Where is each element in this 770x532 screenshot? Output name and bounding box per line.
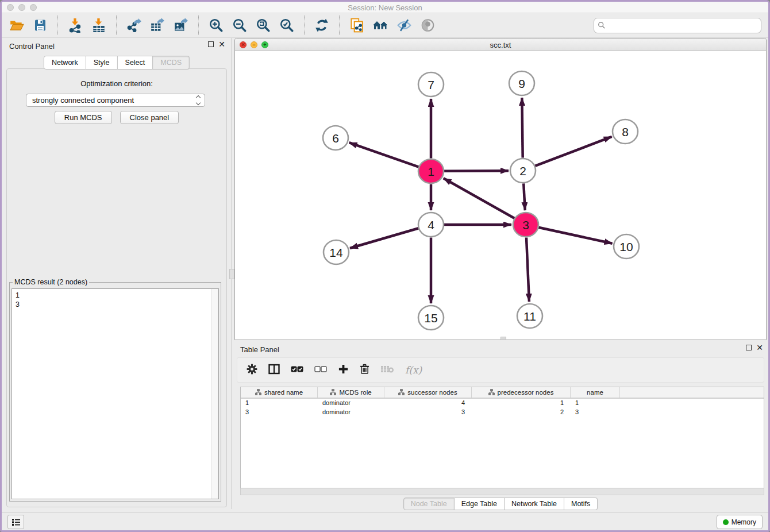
tab-style[interactable]: Style [86,56,118,70]
column-header-name[interactable]: name [571,387,620,398]
svg-text:9: 9 [518,77,525,90]
zoom-fit-icon[interactable] [255,17,271,33]
graph-edge-3-1[interactable] [444,178,515,218]
node-table: shared nameMCDS rolesuccessor nodesprede… [240,387,764,488]
table-cell[interactable]: 3 [384,408,472,417]
table-tabs: Node TableEdge TableNetwork TableMotifs [234,498,767,510]
tab-select[interactable]: Select [118,56,153,70]
svg-text:4: 4 [428,218,434,232]
panel-splitter[interactable] [231,38,233,509]
clone-network-icon[interactable] [349,17,365,33]
table-cell[interactable]: 3 [571,408,620,417]
table-cell[interactable]: 1 [472,399,571,408]
svg-text:1: 1 [428,165,434,178]
run-mcds-button[interactable]: Run MCDS [55,111,112,124]
delete-table-icon[interactable] [380,365,394,376]
column-header-shared-name[interactable]: shared name [241,387,318,398]
search-field[interactable] [594,18,761,33]
float-panel-icon[interactable] [208,41,214,47]
table-cell[interactable]: 4 [384,399,472,408]
export-table-icon[interactable] [149,17,165,33]
graph-edge-1-2[interactable] [444,171,509,171]
graph-node-2[interactable]: 2 [510,159,536,183]
graph-node-7[interactable]: 7 [418,72,444,97]
zoom-in-icon[interactable] [208,17,224,33]
svg-text:2: 2 [519,164,526,178]
select-all-columns-icon[interactable] [291,365,303,375]
close-panel-button[interactable]: Close panel [120,111,179,124]
graph-node-8[interactable]: 8 [613,119,638,144]
criterion-dropdown[interactable]: strongly connected component [26,94,205,107]
column-header-predecessor-nodes[interactable]: predecessor nodes [472,387,571,398]
table-cell[interactable]: 3 [241,408,318,417]
table-tab-node-table[interactable]: Node Table [403,498,455,510]
hide-selected-eye-icon[interactable] [396,17,412,33]
table-row[interactable]: 1dominator411 [241,399,764,408]
graph-node-6[interactable]: 6 [323,126,348,150]
table-cell[interactable]: 1 [241,399,318,408]
export-network-icon[interactable] [126,17,142,33]
mcds-result-line: 1 [16,291,215,300]
float-table-panel-icon[interactable] [746,345,752,350]
graph-node-1[interactable]: 1 [418,159,444,183]
show-all-eye-icon[interactable] [419,17,436,33]
create-column-plus-icon[interactable] [338,364,349,377]
network-resize-grip[interactable] [500,337,506,340]
task-history-button[interactable] [7,515,24,529]
column-header-MCDS-role[interactable]: MCDS role [318,387,384,398]
graph-edge-3-10[interactable] [538,228,613,244]
graph-node-15[interactable]: 15 [418,306,444,330]
open-file-icon[interactable] [9,17,25,33]
table-cell[interactable]: dominator [318,408,384,417]
table-row[interactable]: 3dominator323 [241,408,764,417]
tab-network[interactable]: Network [44,56,86,70]
graph-node-9[interactable]: 9 [509,71,534,95]
network-canvas[interactable]: 7968124314101511 [235,51,766,340]
import-table-icon[interactable] [91,17,107,33]
refresh-view-icon[interactable] [314,17,330,33]
result-scrollbar[interactable] [211,289,218,499]
table-cell[interactable]: 2 [472,408,571,417]
close-table-panel-icon[interactable]: ✕ [756,345,763,350]
tab-mcds[interactable]: MCDS [153,56,190,70]
network-graph[interactable]: 7968124314101511 [235,51,766,340]
save-session-icon[interactable] [32,17,48,33]
search-input[interactable] [608,21,757,29]
close-panel-icon[interactable]: ✕ [218,41,225,47]
criterion-dropdown-value: strongly connected component [32,96,197,105]
graph-edge-1-6[interactable] [349,142,419,167]
table-tab-edge-table[interactable]: Edge Table [455,498,505,510]
graph-node-3[interactable]: 3 [513,213,538,237]
export-image-icon[interactable] [173,17,189,33]
function-builder-icon[interactable]: f(x) [405,364,422,376]
zoom-selected-icon[interactable] [279,17,295,33]
graph-edge-2-9[interactable] [522,98,522,158]
table-cell[interactable]: 1 [571,399,620,408]
mcds-result-text[interactable]: 13 [11,288,219,499]
svg-text:14: 14 [329,246,343,259]
deselect-all-columns-icon[interactable] [314,365,327,375]
graph-node-11[interactable]: 11 [517,304,542,328]
table-cell[interactable]: dominator [318,399,384,408]
graph-node-14[interactable]: 14 [324,240,349,264]
graph-edge-4-14[interactable] [350,228,418,248]
graph-node-4[interactable]: 4 [418,213,444,237]
column-header-successor-nodes[interactable]: successor nodes [384,387,472,398]
column-tree-icon [398,389,405,396]
graph-node-10[interactable]: 10 [614,234,639,259]
table-scroll-strip[interactable] [240,488,764,495]
import-network-icon[interactable] [67,17,83,33]
table-tab-motifs[interactable]: Motifs [564,498,598,510]
zoom-out-icon[interactable] [232,17,248,33]
splitter-grip[interactable] [229,269,234,279]
graph-edge-2-8[interactable] [535,137,612,166]
table-settings-gear-icon[interactable] [247,364,257,377]
first-neighbors-icon[interactable] [372,17,388,33]
show-column-panel-icon[interactable] [268,364,280,377]
delete-column-trash-icon[interactable] [360,364,369,377]
table-tab-network-table[interactable]: Network Table [505,498,564,510]
memory-button[interactable]: Memory [717,515,763,529]
mcds-result-title: MCDS result (2 nodes) [13,278,89,286]
graph-edge-2-3[interactable] [523,183,525,210]
graph-edge-3-11[interactable] [526,237,529,302]
